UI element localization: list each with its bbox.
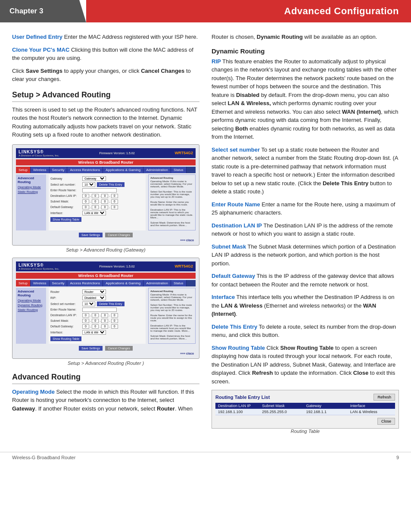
routing-table-box: Routing Table Entry List Refresh Destina…: [212, 390, 399, 429]
dest-ip-oct3-2[interactable]: [101, 313, 108, 317]
tab-setup-2[interactable]: Setup: [16, 280, 31, 286]
cancel-changes-btn-2[interactable]: Cancel Changes: [105, 346, 133, 351]
form-row-set-number-2: Select set number: 10 Delete This Entry: [50, 302, 144, 306]
routing-table-columns: Destination LAN IP Subnet Mask Gateway I…: [215, 403, 395, 409]
router-sidebar-2: Advanced Routing Operating Mode Dynamic …: [16, 288, 46, 344]
sidebar-operating-mode-2[interactable]: Operating Mode: [18, 299, 44, 302]
sidebar-dynamic-routing-2[interactable]: Dynamic Routing: [18, 303, 44, 307]
cancel-changes-btn-1[interactable]: Cancel Changes: [105, 233, 133, 237]
cancel-changes-ref: Cancel Changes: [141, 68, 184, 74]
dest-ip-grid-2: . . .: [82, 313, 118, 317]
rip-label: RIP: [212, 58, 221, 65]
delete-entry-btn-1[interactable]: Delete This Entry: [97, 182, 125, 187]
save-settings-btn-2[interactable]: Save Settings: [79, 346, 103, 351]
routing-refresh-btn[interactable]: Refresh: [374, 394, 395, 401]
subnet-oct1-2[interactable]: [82, 319, 89, 323]
tab-status-1[interactable]: Status: [171, 167, 187, 173]
gw-oct4-1[interactable]: [111, 205, 118, 209]
routing-table-header: Routing Table Entry List Refresh: [215, 394, 395, 401]
interface-select-1[interactable]: LAN & Wireless: [82, 211, 106, 215]
sidebar-operating-mode-1[interactable]: Operating Mode: [18, 185, 44, 189]
router-tab-bar-1: Setup Wireless Security Access Restricti…: [16, 167, 196, 173]
sidebar-static-routing-1[interactable]: Static Routing: [18, 190, 44, 194]
subnet-oct3-1[interactable]: [101, 199, 108, 204]
cell-interface: LAN & Wireless: [349, 410, 393, 414]
dest-ip-oct4-1[interactable]: [111, 194, 118, 198]
route-name-input-2[interactable]: [82, 308, 117, 312]
subnet-oct4-2[interactable]: [111, 319, 118, 323]
subnet-oct1-1[interactable]: [82, 199, 89, 204]
subnet-oct2-2[interactable]: [92, 319, 99, 323]
routing-close-row: Close: [215, 418, 395, 425]
set-number-select[interactable]: 10: [82, 182, 95, 187]
gw-oct4-2[interactable]: [111, 324, 118, 329]
route-name-input-1[interactable]: [82, 188, 117, 193]
rip-select[interactable]: Disabled: [82, 296, 106, 300]
gw-oct3-2[interactable]: [101, 324, 108, 329]
tab-status-2[interactable]: Status: [171, 280, 187, 286]
dest-ip-oct3-1[interactable]: [101, 194, 108, 198]
tab-access-1[interactable]: Access Restrictions: [67, 167, 103, 173]
subnet-oct2-1[interactable]: [92, 199, 99, 204]
gw-oct2-1[interactable]: [92, 205, 99, 209]
caption-gateway: Setup > Advanced Routing (Gateway): [12, 247, 199, 252]
gw-oct3-1[interactable]: [101, 205, 108, 209]
gw-oct2-2[interactable]: [92, 324, 99, 329]
interface-select-2[interactable]: LAN & Wireless: [82, 330, 106, 335]
page-footer: Wireless-G Broadband Router 9: [0, 452, 411, 463]
tab-admin-1[interactable]: Administration: [143, 167, 171, 173]
subnet-oct3-2[interactable]: [101, 319, 108, 323]
dynamic-routing-bold: Dynamic Routing: [257, 34, 303, 40]
interface-para: Interface This interface tells you wheth…: [212, 293, 399, 318]
form-row-set-number: Select set number: 10 Delete This Entry: [50, 182, 144, 187]
tab-apps-1[interactable]: Applications & Gaming: [103, 167, 143, 173]
router-mode-select[interactable]: Router: [82, 289, 106, 294]
router-bold: Router: [157, 405, 175, 412]
form-row-gateway-mode: Gateway Gateway: [50, 176, 144, 181]
set-number-select-2[interactable]: 10: [82, 302, 95, 306]
show-routing-table-btn-1[interactable]: Show Routing Table: [50, 217, 81, 222]
tab-security-2[interactable]: Security: [50, 280, 68, 286]
gateway-select[interactable]: Gateway: [82, 176, 106, 181]
tab-apps-2[interactable]: Applications & Gaming: [103, 280, 143, 286]
form-row-default-gw-2: Default Gateway: . . .: [50, 324, 144, 329]
tab-access-2[interactable]: Access Restrictions: [67, 280, 103, 286]
both-bold: Both: [235, 125, 248, 132]
dest-ip-oct1-1[interactable]: [82, 194, 89, 198]
dest-ip-oct4-2[interactable]: [111, 313, 118, 317]
setup-advanced-routing-heading: Setup > Advanced Routing: [12, 90, 199, 102]
chapter-text: Chapter 3: [9, 7, 43, 16]
linksys-logo-1: LINKSYS®: [19, 149, 59, 154]
linksys-logo-2: LINKSYS®: [19, 263, 59, 268]
delete-entry-btn-2[interactable]: Delete This Entry: [97, 302, 125, 306]
dest-ip-oct2-2[interactable]: [92, 313, 99, 317]
gw-oct1-2[interactable]: [82, 324, 89, 329]
form-row-default-gw: Default Gateway: . . .: [50, 205, 144, 209]
save-cancel-para: Click Save Settings to apply your change…: [12, 67, 199, 84]
show-routing-table-btn-2[interactable]: Show Routing Table: [50, 336, 81, 341]
cell-gateway: 192.168.1.1: [305, 410, 349, 414]
delete-this-entry-para: Delete This Entry To delete a route, sel…: [212, 323, 399, 339]
operating-mode-label: Operating Mode: [12, 389, 55, 395]
default-gateway-para: Default Gateway This is the IP address o…: [212, 272, 399, 289]
title-text: Advanced Configuration: [284, 6, 399, 17]
tab-wireless-1[interactable]: Wireless: [31, 167, 50, 173]
tab-setup-1[interactable]: Setup: [16, 167, 31, 173]
save-settings-btn-1[interactable]: Save Settings: [79, 233, 103, 237]
clone-mac-para: Clone Your PC's MAC Clicking this button…: [12, 46, 199, 62]
lan-wireless-ref: LAN & Wireless: [221, 302, 263, 309]
subnet-oct4-1[interactable]: [111, 199, 118, 204]
dest-ip-oct1-2[interactable]: [82, 313, 89, 317]
user-defined-entry-para: User Defined Entry Enter the MAC Address…: [12, 33, 199, 41]
firmware-version-2: Firmware Version: 1.5.02: [99, 265, 134, 268]
tab-wireless-2[interactable]: Wireless: [31, 280, 50, 286]
router-bottom-bar-1: Save Settings Cancel Changes: [16, 233, 196, 237]
tab-security-1[interactable]: Security: [50, 167, 68, 173]
cisco-logo-1: ≡≡≡ cisco: [16, 237, 196, 242]
setup-advanced-routing-body: This screen is used to set up the Router…: [12, 106, 199, 139]
routing-close-btn[interactable]: Close: [377, 418, 395, 425]
sidebar-static-routing-2[interactable]: Static Routing: [18, 308, 44, 312]
gw-oct1-1[interactable]: [82, 205, 89, 209]
tab-admin-2[interactable]: Administration: [143, 280, 171, 286]
dest-ip-oct2-1[interactable]: [92, 194, 99, 198]
